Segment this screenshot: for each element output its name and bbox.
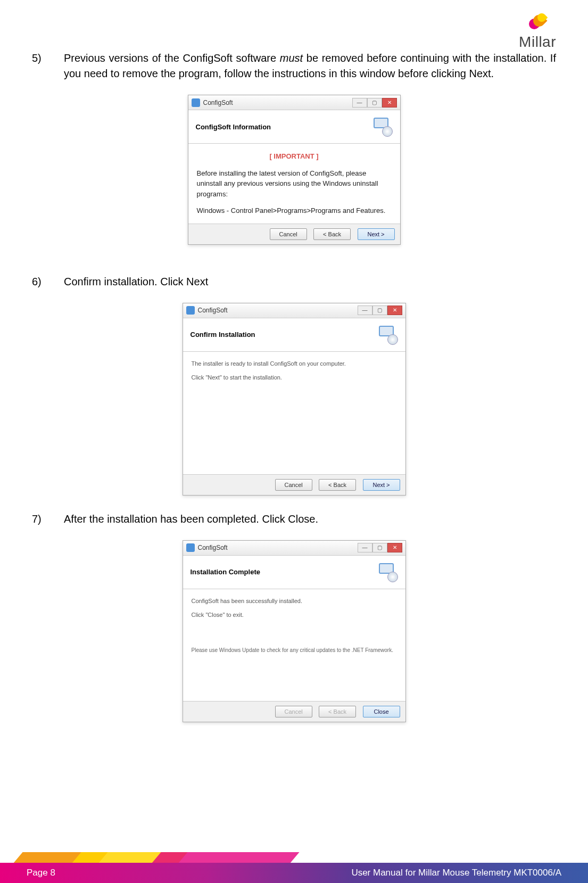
step-text: Confirm installation. Click Next xyxy=(64,274,556,290)
page-number: Page 8 xyxy=(27,868,55,878)
info-paragraph-1: Before installing the latest version of … xyxy=(197,168,392,200)
cancel-button: Cancel xyxy=(275,706,312,717)
window-title: ConfigSoft xyxy=(198,307,228,314)
info-paragraph-2: Windows - Control Panel>Programs>Program… xyxy=(197,205,392,216)
step-text: Previous versions of the ConfigSoft soft… xyxy=(64,51,556,81)
complete-line-1: ConfigSoft has been successfully install… xyxy=(192,597,397,606)
brand-logo: Millar xyxy=(519,13,556,51)
installer-window-confirm: ConfigSoft — ▢ ✕ Confirm Installation Th… xyxy=(183,303,406,496)
banner-title: Confirm Installation xyxy=(191,331,378,339)
maximize-button[interactable]: ▢ xyxy=(372,543,387,552)
framework-note: Please use Windows Update to check for a… xyxy=(192,646,397,654)
confirm-line-2: Click "Next" to start the installation. xyxy=(192,373,397,382)
installer-icon xyxy=(378,562,398,582)
banner-title: Installation Complete xyxy=(191,568,378,576)
confirm-line-1: The installer is ready to install Config… xyxy=(192,359,397,368)
next-button[interactable]: Next > xyxy=(358,228,395,240)
close-window-button[interactable]: ✕ xyxy=(382,98,397,108)
window-title: ConfigSoft xyxy=(198,544,228,551)
step-5: 5) Previous versions of the ConfigSoft s… xyxy=(32,51,556,81)
cancel-button[interactable]: Cancel xyxy=(270,228,307,240)
maximize-button[interactable]: ▢ xyxy=(372,306,387,315)
installer-icon xyxy=(378,325,398,345)
logo-icon xyxy=(528,13,547,32)
step-6: 6) Confirm installation. Click Next xyxy=(32,274,556,290)
titlebar: ConfigSoft — ▢ ✕ xyxy=(183,303,405,318)
next-button[interactable]: Next > xyxy=(363,479,400,491)
titlebar: ConfigSoft — ▢ ✕ xyxy=(188,95,400,110)
back-button[interactable]: < Back xyxy=(319,479,356,491)
complete-line-2: Click "Close" to exit. xyxy=(192,610,397,620)
back-button[interactable]: < Back xyxy=(313,228,351,240)
app-icon xyxy=(186,306,195,315)
step-number: 6) xyxy=(32,274,64,290)
titlebar: ConfigSoft — ▢ ✕ xyxy=(183,541,405,556)
banner-title: ConfigSoft Information xyxy=(196,123,372,131)
window-title: ConfigSoft xyxy=(203,99,233,106)
close-window-button[interactable]: ✕ xyxy=(387,543,402,552)
installer-window-info: ConfigSoft — ▢ ✕ ConfigSoft Information … xyxy=(188,95,401,245)
app-icon xyxy=(186,543,195,552)
app-icon xyxy=(192,98,200,107)
step-number: 7) xyxy=(32,511,64,527)
installer-icon xyxy=(372,117,393,137)
page-footer: Page 8 User Manual for Millar Mouse Tele… xyxy=(0,854,588,883)
logo-text: Millar xyxy=(519,34,556,51)
back-button: < Back xyxy=(319,706,356,717)
document-title: User Manual for Millar Mouse Telemetry M… xyxy=(351,868,561,878)
important-label: [ IMPORTANT ] xyxy=(197,151,392,162)
step-text: After the installation has been complete… xyxy=(64,511,556,527)
maximize-button[interactable]: ▢ xyxy=(367,98,382,108)
step-number: 5) xyxy=(32,51,64,81)
close-window-button[interactable]: ✕ xyxy=(387,306,402,315)
minimize-button[interactable]: — xyxy=(358,306,372,315)
step-7: 7) After the installation has been compl… xyxy=(32,511,556,527)
minimize-button[interactable]: — xyxy=(352,98,367,108)
cancel-button[interactable]: Cancel xyxy=(275,479,312,491)
installer-window-complete: ConfigSoft — ▢ ✕ Installation Complete C… xyxy=(183,540,406,722)
minimize-button[interactable]: — xyxy=(358,543,372,552)
close-button[interactable]: Close xyxy=(363,706,400,717)
